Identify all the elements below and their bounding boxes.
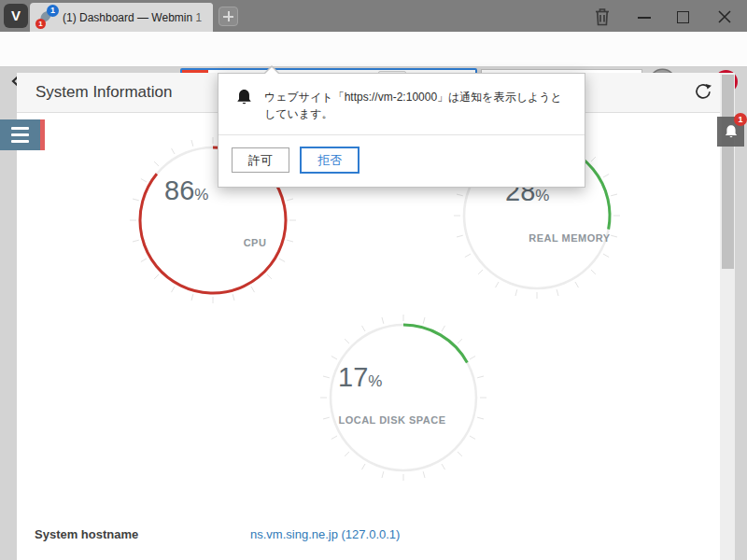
window-minimize-button[interactable] bbox=[638, 17, 651, 19]
hostname-link[interactable]: ns.vm.sing.ne.jp (127.0.0.1) bbox=[250, 527, 400, 541]
bell-icon bbox=[235, 88, 253, 106]
window-maximize-button[interactable] bbox=[677, 11, 689, 23]
gauge-local-disk-space: 17%LOCAL DISK SPACE bbox=[319, 314, 487, 482]
notification-count-badge: 1 bbox=[734, 113, 747, 126]
tab-title-fade bbox=[192, 3, 213, 32]
allow-button[interactable]: 許可 bbox=[232, 147, 289, 173]
page-refresh-icon[interactable] bbox=[694, 83, 712, 102]
system-info-table: System hostname ns.vm.sing.ne.jp (127.0.… bbox=[17, 519, 720, 560]
bell-icon bbox=[724, 124, 739, 139]
notification-permission-popup: ウェブサイト「https://vm-2:10000」は通知を表示しようとしていま… bbox=[218, 73, 585, 188]
tab-bar: V 1 1 (1) Dashboard — Webmin 1 bbox=[0, 0, 747, 32]
tab-title: (1) Dashboard — Webmin 1 bbox=[63, 11, 205, 24]
popup-message: ウェブサイト「https://vm-2:10000」は通知を表示しようとしていま… bbox=[264, 88, 570, 122]
gauge-label: LOCAL DISK SPACE bbox=[308, 414, 476, 426]
sidebar-toggle-button[interactable] bbox=[0, 119, 45, 150]
vivaldi-menu-button[interactable]: V bbox=[4, 4, 28, 28]
webmin-favicon: 1 1 bbox=[37, 8, 56, 27]
gauge-dial bbox=[319, 314, 487, 482]
new-tab-button[interactable] bbox=[218, 7, 238, 26]
hamburger-accent-strip bbox=[40, 119, 45, 150]
row-label: System hostname bbox=[17, 527, 250, 541]
browser-window: V 1 1 (1) Dashboard — Webmin 1 bbox=[0, 0, 747, 560]
navigation-toolbar: ABP bbox=[0, 32, 747, 67]
deny-button[interactable]: 拒否 bbox=[300, 147, 359, 174]
gauge-label: REAL MEMORY bbox=[486, 232, 654, 244]
tab-badge-red: 1 bbox=[35, 19, 46, 29]
closed-tabs-trash-icon[interactable] bbox=[593, 7, 612, 27]
table-row: Operating system FreeBSD 12.1 bbox=[17, 549, 720, 560]
page-title: System Information bbox=[35, 73, 172, 112]
hamburger-icon bbox=[0, 119, 40, 150]
row-label: Operating system bbox=[17, 557, 250, 560]
gauge-value: 17% bbox=[338, 362, 382, 393]
page-notifications-button[interactable]: 1 bbox=[717, 117, 744, 147]
gauge-label: CPU bbox=[171, 237, 339, 248]
gauge-value: 86% bbox=[164, 175, 208, 206]
tab-dashboard-webmin[interactable]: 1 1 (1) Dashboard — Webmin 1 bbox=[30, 3, 213, 32]
window-close-button[interactable] bbox=[717, 9, 732, 24]
row-value: FreeBSD 12.1 bbox=[250, 557, 327, 560]
tab-badge-blue: 1 bbox=[47, 5, 59, 17]
table-row: System hostname ns.vm.sing.ne.jp (127.0.… bbox=[17, 519, 720, 549]
scrollbar-thumb[interactable] bbox=[722, 75, 734, 269]
